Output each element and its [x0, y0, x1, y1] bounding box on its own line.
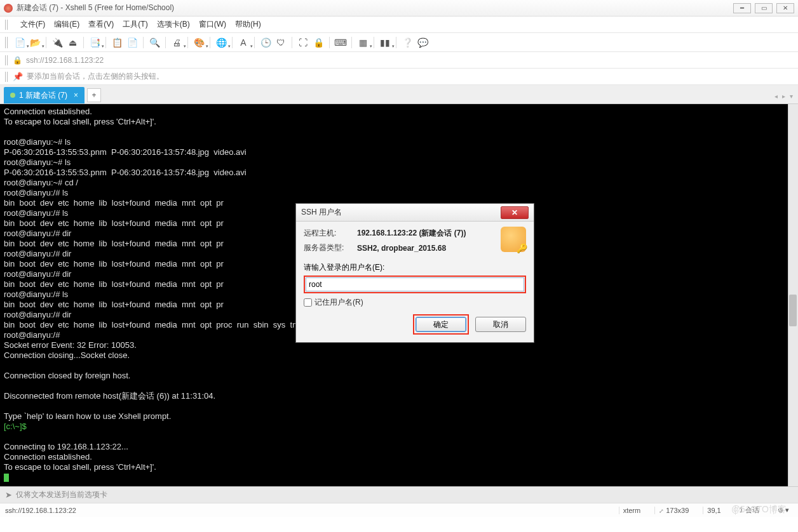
term-line: Socket error Event: 32 Error: 10053. — [4, 340, 137, 350]
tab-close-icon[interactable]: × — [74, 91, 78, 100]
copy-button[interactable]: 📋 — [110, 36, 124, 50]
send-bar[interactable]: ➤ 仅将文本发送到当前选项卡 — [0, 486, 798, 503]
pin-icon[interactable]: 📌 — [13, 72, 23, 81]
info-text: 要添加当前会话，点击左侧的箭头按钮。 — [27, 71, 164, 82]
app-logo-icon — [4, 4, 13, 13]
tab-active[interactable]: 1 新建会话 (7) × — [4, 87, 85, 103]
term-line: Connection established. — [4, 107, 92, 116]
term-line: bin boot dev etc home lib lost+found med… — [4, 279, 224, 289]
term-line: root@dianyu:~# ls — [4, 137, 71, 147]
type-label: 服务器类型: — [304, 243, 357, 253]
term-line: bin boot dev etc home lib lost+found med… — [4, 218, 224, 228]
user-avatar-icon — [501, 227, 526, 252]
info-bar: 📌 要添加当前会话，点击左侧的箭头按钮。 — [0, 69, 798, 85]
host-value: 192.168.1.123:22 (新建会话 (7)) — [357, 228, 466, 239]
xmanager-button[interactable]: 🛡 — [274, 36, 288, 50]
term-line: Connection closing...Socket close. — [4, 350, 130, 360]
font-button[interactable]: A▾ — [236, 36, 250, 50]
status-size: ⤢ 173x39 — [654, 507, 693, 514]
minimize-button[interactable]: ━ — [733, 3, 751, 13]
window-title: 新建会话 (7) - Xshell 5 (Free for Home/Schoo… — [17, 3, 174, 13]
properties-button[interactable]: 📑▾ — [88, 36, 102, 50]
paste-button[interactable]: 📄 — [125, 36, 139, 50]
feedback-button[interactable]: 💬 — [416, 36, 429, 50]
username-highlight — [304, 276, 526, 293]
term-line: Connection established. — [4, 452, 92, 462]
add-tab-button[interactable]: + — [87, 88, 101, 102]
address-input[interactable] — [26, 56, 793, 65]
dialog-close-button[interactable]: ✕ — [501, 206, 529, 219]
remember-label: 记住用户名(R) — [314, 297, 363, 308]
cancel-button[interactable]: 取消 — [475, 317, 526, 332]
term-line: Type `help' to learn how to use Xshell p… — [4, 411, 171, 421]
grip-icon — [5, 37, 9, 48]
cursor-icon — [4, 474, 9, 482]
open-button[interactable]: 📂▾ — [28, 36, 42, 50]
menu-window[interactable]: 窗口(W) — [199, 19, 226, 30]
menu-file[interactable]: 文件(F) — [20, 19, 45, 30]
term-line: P-06:30:2016-13:55:53.pnm P-06:30:2016-1… — [4, 147, 247, 157]
tab-nav[interactable]: ◂ ▸ ▾ — [774, 93, 794, 100]
resize-icon: ⤢ — [659, 508, 664, 514]
ssh-username-dialog: SSH 用户名 ✕ 远程主机: 192.168.1.123:22 (新建会话 (… — [295, 203, 534, 343]
watermark: @51CTO博客 — [731, 504, 787, 515]
send-icon: ➤ — [5, 490, 12, 500]
new-session-button[interactable]: 📄▾ — [13, 36, 27, 50]
menubar: 文件(F) 编辑(E) 查看(V) 工具(T) 选项卡(B) 窗口(W) 帮助(… — [0, 17, 798, 33]
titlebar: 新建会话 (7) - Xshell 5 (Free for Home/Schoo… — [0, 0, 798, 17]
reconnect-button[interactable]: 🔌 — [50, 36, 64, 50]
terminal-scrollbar[interactable] — [788, 104, 798, 486]
disconnect-button[interactable]: ⏏ — [65, 36, 79, 50]
menu-help[interactable]: 帮助(H) — [235, 19, 261, 30]
ok-button[interactable]: 确定 — [416, 317, 466, 332]
encoding-button[interactable]: 🌐▾ — [214, 36, 228, 50]
term-line: bin boot dev etc home lib lost+found med… — [4, 198, 224, 208]
print-button[interactable]: 🖨▾ — [170, 36, 184, 50]
remember-checkbox-box[interactable] — [304, 298, 312, 307]
ok-highlight: 确定 — [413, 314, 469, 335]
tile-button[interactable]: ▮▮▾ — [378, 36, 392, 50]
status-pos: 39,1 — [703, 507, 724, 514]
send-text: 仅将文本发送到当前选项卡 — [16, 489, 107, 500]
username-prompt: 请输入登录的用户名(E): — [304, 262, 526, 273]
find-button[interactable]: 🔍 — [147, 36, 161, 50]
username-input[interactable] — [306, 277, 524, 291]
scrollbar-thumb[interactable] — [789, 295, 797, 326]
grip-icon — [5, 55, 9, 65]
term-line: Connecting to 192.168.1.123:22... — [4, 442, 128, 451]
status-bar: ssh://192.168.1.123:22 xterm ⤢ 173x39 39… — [0, 503, 798, 517]
lock-icon: 🔒 — [13, 56, 22, 65]
help-button[interactable]: ❔ — [400, 36, 414, 50]
term-line: P-06:30:2016-13:55:53.pnm P-06:30:2016-1… — [4, 168, 247, 177]
keyboard-button[interactable]: ⌨ — [334, 36, 348, 50]
host-label: 远程主机: — [304, 228, 357, 239]
close-button[interactable]: ✕ — [776, 3, 794, 13]
term-line: bin boot dev etc home lib lost+found med… — [4, 300, 224, 309]
maximize-button[interactable]: ▭ — [755, 3, 773, 13]
term-line: root@dianyu:/# ls — [4, 208, 68, 218]
color-scheme-button[interactable]: 🎨▾ — [192, 36, 206, 50]
term-line: root@dianyu:/# dir — [4, 229, 71, 238]
menu-tools[interactable]: 工具(T) — [123, 19, 147, 30]
term-line: bin boot dev etc home lib lost+found med… — [4, 239, 224, 248]
term-line: root@dianyu:/# dir — [4, 310, 71, 319]
lock-button[interactable]: 🔒 — [311, 36, 325, 50]
remember-checkbox[interactable]: 记住用户名(R) — [304, 297, 526, 308]
status-path: ssh://192.168.1.123:22 — [5, 507, 76, 514]
fullscreen-button[interactable]: ⛶ — [296, 36, 310, 50]
menu-tabs[interactable]: 选项卡(B) — [157, 19, 190, 30]
dialog-title-bar[interactable]: SSH 用户名 ✕ — [296, 204, 534, 222]
tab-label: 1 新建会话 (7) — [19, 90, 67, 101]
term-line: root@dianyu:~# cd / — [4, 178, 78, 187]
term-prompt: [c:\~]$ — [4, 422, 27, 431]
term-line: root@dianyu:/# — [4, 330, 60, 340]
layout-button[interactable]: ▦▾ — [356, 36, 370, 50]
xagent-button[interactable]: 🕒 — [259, 36, 273, 50]
menu-edit[interactable]: 编辑(E) — [54, 19, 79, 30]
term-line: Connection closed by foreign host. — [4, 371, 130, 380]
menu-view[interactable]: 查看(V) — [88, 19, 114, 30]
term-line: root@dianyu:/# dir — [4, 249, 71, 258]
status-term: xterm — [619, 507, 645, 514]
tab-bar: 1 新建会话 (7) × + ◂ ▸ ▾ — [0, 85, 798, 104]
dialog-title: SSH 用户名 — [301, 207, 342, 218]
